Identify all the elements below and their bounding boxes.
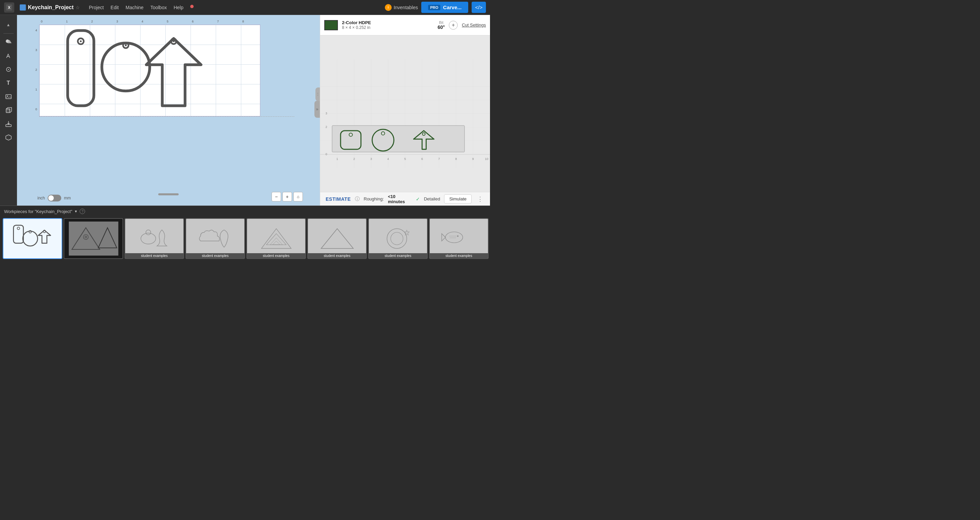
workpieces-header: Workpieces for "Keychain_Project" ▾ ? <box>0 206 490 217</box>
svg-text:5: 5 <box>404 157 406 161</box>
ruler-num-0: 0 <box>41 20 43 23</box>
zoom-out-button[interactable]: − <box>272 192 281 202</box>
workpieces-help[interactable]: ? <box>80 208 85 214</box>
inventables-icon: i <box>385 4 392 11</box>
zoom-home-button[interactable]: ⌂ <box>293 192 303 202</box>
svg-point-15 <box>80 40 82 42</box>
main-layout: ▲ T <box>0 15 490 205</box>
material-dims: 8 × 4 × 0.252 in <box>342 25 434 30</box>
svg-point-6 <box>8 69 9 70</box>
roughing-value: <10 minutes <box>388 194 412 204</box>
right-panel-header: 2-Color HDPE 8 × 4 × 0.252 in Bit 60° + … <box>320 15 490 35</box>
3d-preview-svg: 1 2 3 4 5 6 7 8 9 10 0 2 3 <box>320 35 490 192</box>
svg-rect-50 <box>332 126 465 152</box>
zoom-controls: − + ⌂ <box>272 192 303 202</box>
estimate-label: ESTIMATE <box>326 196 351 202</box>
svg-text:9: 9 <box>472 157 474 161</box>
bit-value: 60° <box>438 24 445 30</box>
ruler-v-1: 1 <box>35 88 37 91</box>
workpiece-4-label: student examples <box>186 253 244 258</box>
nav-machine[interactable]: Machine <box>126 5 143 10</box>
ruler-v-3: 3 <box>35 48 37 52</box>
workpieces-area: Workpieces for "Keychain_Project" ▾ ? <box>0 205 490 260</box>
workpiece-3-label: student examples <box>125 253 183 258</box>
inventables-label: Inventables <box>394 5 418 10</box>
cut-settings-link[interactable]: Cut Settings <box>462 22 486 27</box>
shapes-button[interactable] <box>2 36 15 49</box>
svg-text:X: X <box>8 5 11 10</box>
bit-info: Bit 60° <box>438 21 445 30</box>
svg-text:1: 1 <box>336 157 338 161</box>
code-button[interactable]: </> <box>472 2 486 13</box>
nav-toolbox[interactable]: Toolbox <box>150 5 167 10</box>
workpieces-list: student examples student examples <box>0 217 490 260</box>
nav-help[interactable]: Help <box>173 5 183 10</box>
workpieces-title: Workpieces for "Keychain_Project" <box>4 209 72 214</box>
unit-toggle[interactable] <box>48 195 61 202</box>
vertical-collapse-handle[interactable]: ⋮ <box>315 87 320 101</box>
detailed-check: ✓ <box>416 196 420 202</box>
estimate-info-icon[interactable]: ⓘ <box>355 196 360 202</box>
3d-tool-button[interactable] <box>2 104 15 117</box>
image-tool-button[interactable] <box>2 90 15 103</box>
collapse-button[interactable]: ▲ <box>2 18 15 31</box>
estimate-bar: ESTIMATE ⓘ Roughing: <10 minutes ✓ Detai… <box>320 192 490 205</box>
ruler-num-1: 1 <box>66 20 68 23</box>
inventables-button[interactable]: i Inventables <box>385 4 418 11</box>
estimate-more-button[interactable]: ⋮ <box>476 196 485 203</box>
circle-tool-button[interactable] <box>2 63 15 76</box>
topbar: X Keychain_Project ☆ Project Edit Machin… <box>0 0 490 15</box>
3d-view-button[interactable] <box>2 131 15 144</box>
material-info: 2-Color HDPE 8 × 4 × 0.252 in <box>342 20 434 30</box>
favorite-star[interactable]: ☆ <box>76 5 80 10</box>
pen-tool-button[interactable] <box>2 49 15 62</box>
svg-text:4: 4 <box>387 157 389 161</box>
workpiece-item-4[interactable]: student examples <box>185 218 245 259</box>
svg-text:8: 8 <box>455 157 457 161</box>
workpiece-6-label: student examples <box>308 253 366 258</box>
svg-rect-56 <box>8 221 57 256</box>
unit-toggle-area: inch mm <box>37 195 71 202</box>
svg-rect-12 <box>6 124 11 127</box>
svg-text:0: 0 <box>325 153 327 156</box>
nav-edit[interactable]: Edit <box>111 5 119 10</box>
bit-label: Bit <box>438 21 445 24</box>
workpiece-item-5[interactable]: student examples <box>247 218 306 259</box>
simulate-button[interactable]: Simulate <box>444 194 472 204</box>
svg-text:7: 7 <box>438 157 440 161</box>
workpiece-item-6[interactable]: student examples <box>307 218 367 259</box>
ruler-num-6: 6 <box>192 20 194 23</box>
status-dot <box>190 5 194 8</box>
workpiece-item-2[interactable] <box>64 218 123 259</box>
svg-point-8 <box>7 95 8 97</box>
workpiece-item-7[interactable]: student examples <box>368 218 428 259</box>
canvas-area[interactable]: 0 1 2 3 4 5 6 7 8 0 1 2 3 4 <box>17 15 320 205</box>
workpiece-7-label: student examples <box>369 253 427 258</box>
ruler-num-2: 2 <box>91 20 93 23</box>
import-button[interactable] <box>2 118 15 130</box>
main-nav: Project Edit Machine Toolbox Help <box>89 5 194 10</box>
workpieces-dropdown[interactable]: ▾ <box>75 209 77 214</box>
workpiece-item-3[interactable]: student examples <box>124 218 184 259</box>
canvas-grid[interactable] <box>39 24 260 116</box>
nav-project[interactable]: Project <box>89 5 104 10</box>
svg-text:10: 10 <box>485 157 488 161</box>
workpiece-item-1[interactable] <box>3 218 62 259</box>
project-file-icon <box>20 5 26 11</box>
topbar-right: i Inventables PRO Carve... </> <box>385 2 486 13</box>
svg-point-84 <box>457 235 458 237</box>
workpiece-8-label: student examples <box>430 253 488 258</box>
divider-1 <box>3 33 14 34</box>
svg-text:2: 2 <box>325 125 327 129</box>
roughing-label: Roughing: <box>364 196 384 202</box>
text-tool-button[interactable]: T <box>2 76 15 89</box>
svg-text:6: 6 <box>421 157 423 161</box>
carve-button[interactable]: PRO Carve... <box>421 2 468 13</box>
svg-rect-62 <box>69 221 118 256</box>
zoom-in-button[interactable]: + <box>282 192 292 202</box>
add-material-button[interactable]: + <box>449 21 458 30</box>
3d-preview: 1 2 3 4 5 6 7 8 9 10 0 2 3 <box>320 35 490 192</box>
carve-label: Carve... <box>443 5 461 10</box>
collapse-right-handle[interactable]: » <box>314 101 320 118</box>
workpiece-item-8[interactable]: student examples <box>429 218 488 259</box>
